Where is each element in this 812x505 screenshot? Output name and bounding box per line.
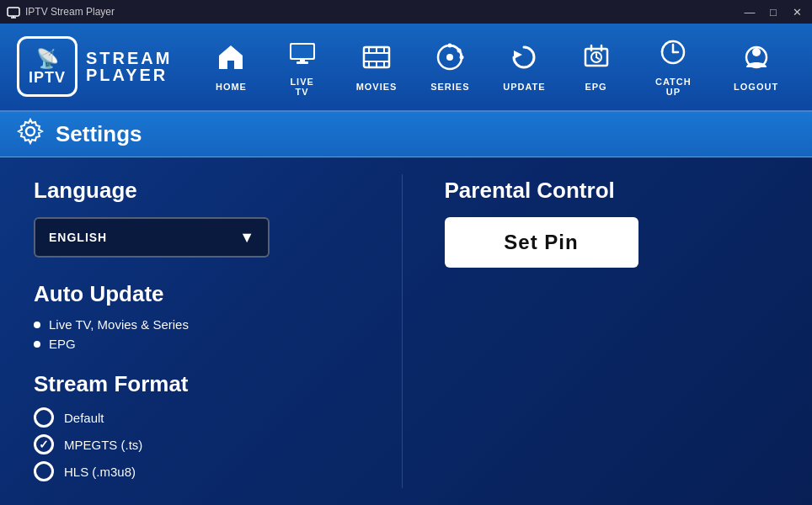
app: 📡 IPTV STREAM PLAYER HOME bbox=[0, 24, 812, 505]
stream-format-title: Stream Format bbox=[34, 371, 368, 397]
language-title: Language bbox=[34, 178, 368, 204]
svg-rect-4 bbox=[291, 45, 313, 58]
header: 📡 IPTV STREAM PLAYER HOME bbox=[0, 24, 812, 112]
update-icon bbox=[509, 42, 539, 77]
auto-update-item-live-tv: Live TV, Movies & Series bbox=[34, 317, 368, 332]
content-area: Language ENGLISH ▼ Auto Update Live TV, … bbox=[0, 157, 812, 505]
logo-iptv-text: IPTV bbox=[29, 70, 66, 85]
stream-format-hls-label: HLS (.m3u8) bbox=[64, 465, 136, 479]
titlebar: IPTV Stream Player — □ ✕ bbox=[0, 0, 812, 24]
dropdown-arrow-icon: ▼ bbox=[239, 229, 254, 247]
logo-text: STREAM PLAYER bbox=[86, 50, 172, 83]
nav-item-epg[interactable]: EPG bbox=[563, 34, 630, 100]
stream-format-hls[interactable]: HLS (.m3u8) bbox=[34, 461, 368, 481]
settings-title: Settings bbox=[56, 121, 142, 147]
logout-icon bbox=[741, 42, 772, 77]
stream-format-default[interactable]: Default bbox=[34, 407, 368, 428]
nav-item-series[interactable]: SERIES bbox=[414, 34, 486, 100]
svg-line-25 bbox=[596, 57, 599, 59]
nav-label-logout: LOGOUT bbox=[734, 82, 778, 92]
left-panel: Language ENGLISH ▼ Auto Update Live TV, … bbox=[34, 174, 403, 488]
nav-item-catch-up[interactable]: CATCH UP bbox=[630, 29, 718, 105]
svg-marker-21 bbox=[514, 50, 522, 59]
stream-format-mpegts-label: MPEGTS (.ts) bbox=[64, 438, 142, 452]
svg-point-31 bbox=[752, 48, 761, 56]
nav-label-epg: EPG bbox=[585, 82, 606, 92]
svg-rect-0 bbox=[8, 8, 19, 16]
titlebar-title: IPTV Stream Player bbox=[25, 6, 115, 18]
auto-update-title: Auto Update bbox=[34, 281, 368, 307]
svg-point-19 bbox=[457, 48, 462, 52]
svg-rect-6 bbox=[300, 60, 305, 61]
stream-format-default-label: Default bbox=[64, 411, 104, 425]
nav-label-movies: MOVIES bbox=[356, 82, 398, 92]
maximize-button[interactable]: □ bbox=[765, 3, 782, 20]
right-panel: Parental Control Set Pin bbox=[403, 174, 779, 488]
nav-label-catch-up: CATCH UP bbox=[647, 77, 701, 97]
stream-format-section: Stream Format Default MPEGTS (.ts) HLS (… bbox=[34, 371, 368, 481]
bullet-dot-icon bbox=[34, 322, 40, 328]
auto-update-label-live-tv: Live TV, Movies & Series bbox=[49, 317, 189, 332]
language-section: Language ENGLISH ▼ bbox=[34, 178, 368, 258]
nav-item-live-tv[interactable]: LIVE TV bbox=[264, 29, 339, 105]
catchup-icon bbox=[658, 37, 688, 72]
logo-antenna-icon: 📡 bbox=[36, 48, 59, 70]
stream-format-mpegts[interactable]: MPEGTS (.ts) bbox=[34, 434, 368, 454]
nav-item-home[interactable]: HOME bbox=[197, 34, 264, 100]
logo: 📡 IPTV STREAM PLAYER bbox=[17, 36, 172, 97]
minimize-button[interactable]: — bbox=[741, 3, 758, 20]
svg-rect-5 bbox=[296, 61, 308, 64]
auto-update-section: Auto Update Live TV, Movies & Series EPG bbox=[34, 281, 368, 351]
nav-item-logout[interactable]: LOGOUT bbox=[717, 34, 795, 100]
nav-label-update: UPDATE bbox=[503, 82, 545, 92]
radio-default-icon bbox=[34, 407, 54, 428]
set-pin-button[interactable]: Set Pin bbox=[445, 217, 638, 268]
settings-bar: Settings bbox=[0, 112, 812, 157]
auto-update-item-epg: EPG bbox=[34, 337, 368, 351]
main-nav: HOME LIVE TV bbox=[197, 29, 795, 105]
svg-point-18 bbox=[448, 43, 452, 47]
close-button[interactable]: ✕ bbox=[788, 3, 805, 20]
language-selected: ENGLISH bbox=[49, 231, 107, 244]
svg-point-17 bbox=[446, 54, 453, 61]
nav-item-movies[interactable]: MOVIES bbox=[339, 34, 414, 100]
nav-label-series: SERIES bbox=[430, 82, 469, 92]
svg-point-33 bbox=[26, 127, 35, 136]
nav-label-live-tv: LIVE TV bbox=[281, 77, 322, 97]
logo-stream-text: STREAM bbox=[86, 50, 172, 66]
nav-item-update[interactable]: UPDATE bbox=[486, 34, 562, 100]
radio-hls-icon bbox=[34, 461, 54, 481]
language-dropdown[interactable]: ENGLISH ▼ bbox=[34, 217, 270, 258]
series-icon bbox=[435, 42, 465, 77]
tv-icon bbox=[287, 37, 318, 72]
film-icon bbox=[361, 42, 392, 77]
settings-gear-icon bbox=[17, 118, 44, 151]
logo-box: 📡 IPTV bbox=[17, 36, 77, 97]
auto-update-label-epg: EPG bbox=[49, 337, 76, 351]
bullet-dot-icon bbox=[34, 341, 40, 348]
home-icon bbox=[216, 42, 246, 77]
nav-label-home: HOME bbox=[216, 82, 247, 92]
logo-player-text: PLAYER bbox=[86, 66, 172, 83]
epg-icon bbox=[581, 42, 612, 77]
parental-control-title: Parental Control bbox=[445, 178, 779, 204]
svg-point-20 bbox=[460, 55, 464, 59]
titlebar-controls: — □ ✕ bbox=[741, 3, 805, 20]
radio-mpegts-icon bbox=[34, 434, 54, 454]
